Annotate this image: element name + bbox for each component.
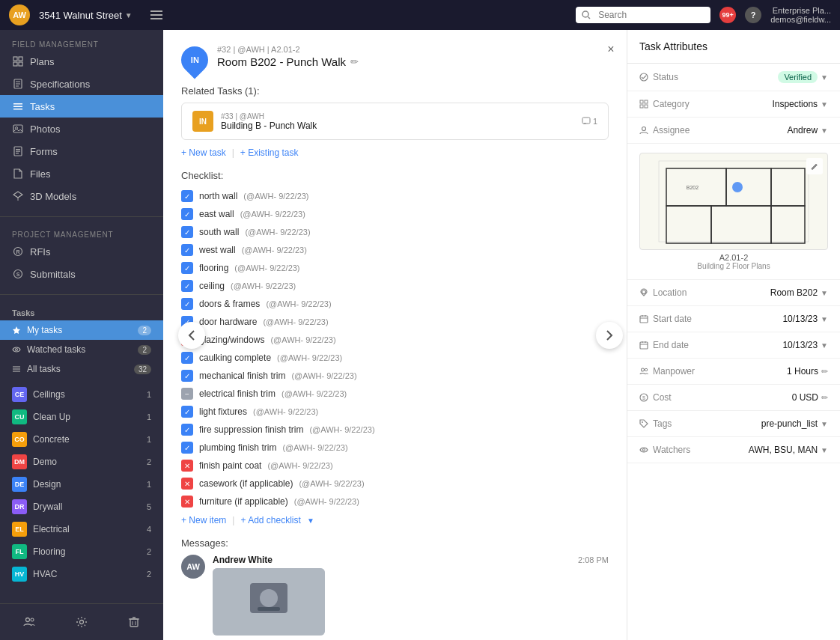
start-date-dropdown[interactable]: ▼ [821,315,828,323]
hamburger-icon[interactable] [147,6,165,24]
existing-task-link[interactable]: + Existing task [240,147,299,158]
category-dropdown[interactable]: ▼ [821,100,828,109]
checklist-item-east-wall[interactable]: ✓ east wall (@AWH- 9/22/23) [181,205,609,223]
cost-edit-icon[interactable]: ✏ [821,393,828,403]
checkbox-checked[interactable]: ✓ [181,244,193,256]
checklist-item-west-wall[interactable]: ✓ west wall (@AWH- 9/22/23) [181,241,609,259]
task-category-electrical[interactable]: EL Electrical 4 [0,518,163,540]
location-row: Location Room B202 ▼ [627,280,840,306]
project-title[interactable]: 3541 Walnut Street ▼ [39,10,133,21]
task-filter-my-tasks[interactable]: My tasks 2 [0,320,163,340]
sidebar-item-forms[interactable]: Forms [0,140,163,162]
checkbox-checked[interactable]: ✓ [181,226,193,238]
checklist-item-electrical-finish-trim[interactable]: − electrical finish trim (@AWH- 9/22/23) [181,385,609,403]
add-checklist-link[interactable]: + Add checklist [240,515,300,525]
svg-line-4 [588,17,591,19]
messages-label: Messages: [181,537,609,549]
sidebar-item-plans[interactable]: Plans [0,50,163,73]
location-dropdown[interactable]: ▼ [821,289,828,297]
task-category-hvac[interactable]: HV HVAC 2 [0,563,163,585]
task-category-concrete[interactable]: CO Concrete 1 [0,428,163,451]
checklist-item-door-hardware[interactable]: ✓ door hardware (@AWH- 9/22/23) [181,313,609,331]
sidebar-item-tasks[interactable]: Tasks [0,95,163,118]
related-task-card[interactable]: IN #33 | @AWH Building B - Punch Walk 1 [181,103,609,140]
checkbox-checked[interactable]: ✓ [181,352,193,364]
checklist-item-caulking-complete[interactable]: ✓ caulking complete (@AWH- 9/22/23) [181,349,609,367]
checkbox-checked[interactable]: ✓ [181,298,193,310]
checklist-item-flooring[interactable]: ✓ flooring (@AWH- 9/22/23) [181,259,609,277]
svg-point-33 [26,618,30,622]
status-dropdown[interactable]: ▼ [821,73,828,82]
end-date-dropdown[interactable]: ▼ [821,341,828,350]
task-filter-all-tasks[interactable]: All tasks 32 [0,359,163,379]
checkbox-checked[interactable]: ✓ [181,280,193,292]
checklist-item-glazing-windows[interactable]: ✕ glazing/windows (@AWH- 9/22/23) [181,331,609,349]
sidebar-item-3d-models[interactable]: 3D Models [0,185,163,207]
modal-main: IN #32 | @AWH | A2.01-2 Room B202 - Punc… [163,30,627,640]
checklist-item-plumbing-finish-trim[interactable]: ✓ plumbing finish trim (@AWH- 9/22/23) [181,439,609,457]
help-button[interactable]: ? [745,7,761,23]
checklist-item-ceiling[interactable]: ✓ ceiling (@AWH- 9/22/23) [181,277,609,295]
task-category-ceilings[interactable]: CE Ceilings 1 [0,383,163,406]
sidebar-item-rfis[interactable]: R RFIs [0,240,163,263]
checklist-item-furniture[interactable]: ✕ furniture (if applicable) (@AWH- 9/22/… [181,493,609,511]
category-count-ceilings: 1 [147,390,151,399]
sidebar-item-photos[interactable]: Photos [0,118,163,140]
checkbox-checked[interactable]: ✓ [181,442,193,454]
checkbox-x[interactable]: ✕ [181,496,193,508]
trash-button[interactable] [111,610,157,634]
checklist-item-south-wall[interactable]: ✓ south wall (@AWH- 9/22/23) [181,223,609,241]
assignee-dropdown[interactable]: ▼ [821,127,828,135]
svg-rect-14 [13,106,22,108]
checklist-item-casework[interactable]: ✕ casework (if applicable) (@AWH- 9/22/2… [181,475,609,493]
checkbox-checked[interactable]: ✓ [181,370,193,382]
floor-plan-edit-icon[interactable] [806,158,823,174]
people-button[interactable] [6,610,52,634]
tags-dropdown[interactable]: ▼ [821,420,828,428]
new-item-link[interactable]: + New item [181,515,226,525]
checkbox-checked[interactable]: ✓ [181,208,193,220]
watchers-dropdown[interactable]: ▼ [821,446,828,454]
checkbox-checked[interactable]: ✓ [181,406,193,418]
checklist-item-finish-paint-coat[interactable]: ✕ finish paint coat (@AWH- 9/22/23) [181,457,609,475]
checklist-item-doors-frames[interactable]: ✓ doors & frames (@AWH- 9/22/23) [181,295,609,313]
watchers-row: Watchers AWH, BSU, MAN ▼ [627,437,840,463]
edit-title-icon[interactable]: ✏ [350,56,359,67]
task-filter-watched-tasks[interactable]: Watched tasks 2 [0,340,163,359]
search-input[interactable] [576,7,710,23]
sidebar-item-submittals[interactable]: S Submittals [0,263,163,285]
task-category-drywall[interactable]: DR Drywall 5 [0,496,163,518]
files-icon [12,168,24,180]
settings-button[interactable] [58,610,105,634]
checklist-item-light-fixtures[interactable]: ✓ light fixtures (@AWH- 9/22/23) [181,403,609,421]
checkbox-x[interactable]: ✕ [181,478,193,490]
checkbox-minus[interactable]: − [181,388,193,400]
task-category-clean-up[interactable]: CU Clean Up 1 [0,406,163,428]
checkbox-checked[interactable]: ✓ [181,424,193,436]
sidebar: FIELD MANAGEMENT Plans Specifications Ta… [0,30,163,640]
search-wrap [576,7,710,23]
notification-badge[interactable]: 99+ [719,7,736,23]
checklist-item-mechanical-finish-trim[interactable]: ✓ mechanical finish trim (@AWH- 9/22/23) [181,367,609,385]
task-category-design[interactable]: DE Design 1 [0,473,163,496]
modal-nav-right[interactable] [596,322,623,349]
checklist-item-fire-suppression[interactable]: ✓ fire suppression finish trim (@AWH- 9/… [181,421,609,439]
sidebar-item-specifications[interactable]: Specifications [0,73,163,95]
checklist-item-north-wall[interactable]: ✓ north wall (@AWH- 9/22/23) [181,187,609,205]
manpower-edit-icon[interactable]: ✏ [821,367,828,377]
category-icon-ceilings: CE [12,387,27,402]
modal-close-button[interactable]: × [600,39,621,60]
checkbox-x[interactable]: ✕ [181,460,193,472]
checkbox-checked[interactable]: ✓ [181,262,193,274]
add-checklist-chevron[interactable]: ▼ [307,516,314,525]
floor-plan-image[interactable]: B202 [639,153,828,250]
task-category-flooring[interactable]: FL Flooring 2 [0,540,163,563]
sidebar-item-files[interactable]: Files [0,162,163,185]
checklist-meta: (@AWH- 9/22/23) [270,335,335,344]
modal-nav-left[interactable] [178,322,205,349]
task-category-demo[interactable]: DM Demo 2 [0,451,163,473]
category-label-hvac: HVAC [33,569,57,579]
checkbox-checked[interactable]: ✓ [181,190,193,202]
new-task-link[interactable]: + New task [181,147,226,158]
category-icon-demo: DM [12,454,27,469]
